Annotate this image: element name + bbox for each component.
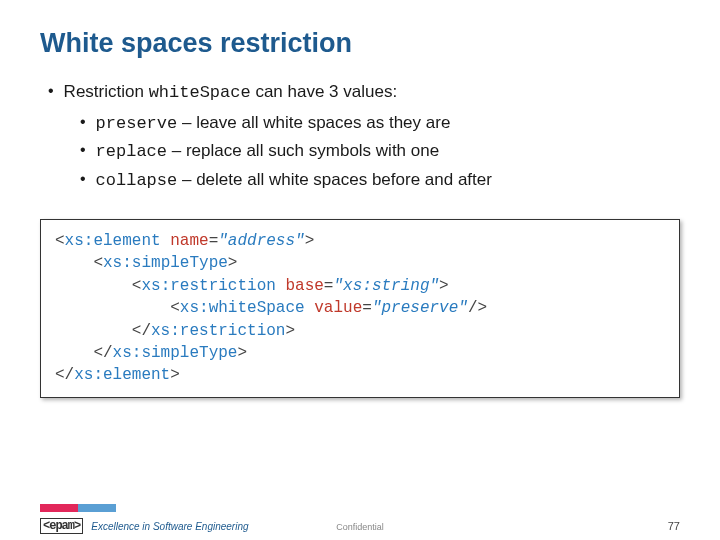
code-line: <xs:whiteSpace value="preserve"/>	[55, 297, 665, 319]
bullet-item: • Restriction whiteSpace can have 3 valu…	[48, 79, 680, 106]
logo-tagline: Excellence in Software Engineering	[91, 521, 248, 532]
footer: <epam> Excellence in Software Engineerin…	[0, 500, 720, 540]
bullet-text: preserve – leave all white spaces as the…	[96, 110, 451, 137]
confidential-label: Confidential	[336, 522, 384, 532]
page-number: 77	[668, 520, 680, 532]
code-line: </xs:element>	[55, 364, 665, 386]
bullet-item: • preserve – leave all white spaces as t…	[80, 110, 680, 137]
accent-bar-icon	[40, 504, 78, 512]
bullet-dot-icon: •	[80, 138, 86, 165]
bullet-item: • collapse – delete all white spaces bef…	[80, 167, 680, 194]
slide: White spaces restriction • Restriction w…	[0, 0, 720, 540]
bullet-text: Restriction whiteSpace can have 3 values…	[64, 79, 398, 106]
code-line: </xs:restriction>	[55, 320, 665, 342]
bullet-item: • replace – replace all such symbols wit…	[80, 138, 680, 165]
bullet-text: collapse – delete all white spaces befor…	[96, 167, 492, 194]
code-line: <xs:simpleType>	[55, 252, 665, 274]
logo: <epam> Excellence in Software Engineerin…	[40, 518, 249, 534]
code-block: <xs:element name="address"> <xs:simpleTy…	[40, 219, 680, 398]
bullet-text: replace – replace all such symbols with …	[96, 138, 440, 165]
bullet-dot-icon: •	[48, 79, 54, 106]
bullet-dot-icon: •	[80, 167, 86, 194]
bullet-list: • Restriction whiteSpace can have 3 valu…	[48, 79, 680, 193]
accent-bar-icon	[78, 504, 116, 512]
code-line: <xs:element name="address">	[55, 230, 665, 252]
code-line: </xs:simpleType>	[55, 342, 665, 364]
logo-mark-icon: <epam>	[40, 518, 83, 534]
bullet-dot-icon: •	[80, 110, 86, 137]
slide-title: White spaces restriction	[40, 28, 680, 59]
code-line: <xs:restriction base="xs:string">	[55, 275, 665, 297]
